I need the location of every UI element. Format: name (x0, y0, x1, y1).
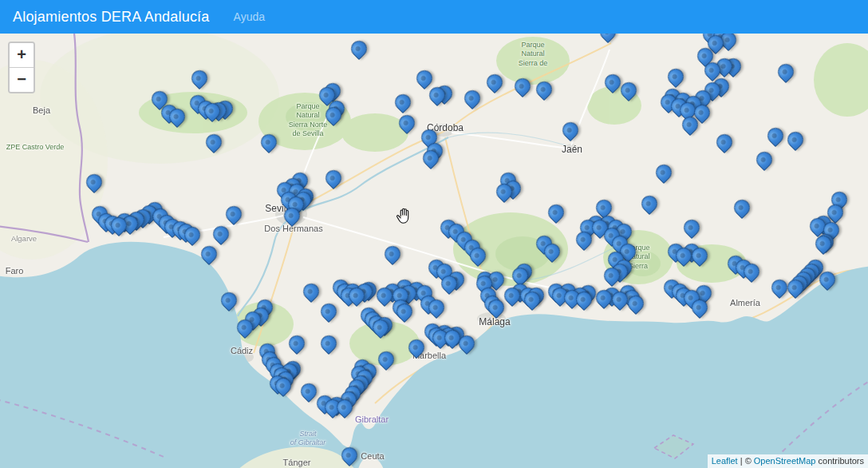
map-canvas[interactable]: BejaZPE Castro VerdeAlgarveFaroParque Na… (0, 0, 868, 468)
app-title: Alojamientos DERA Andalucía (13, 9, 210, 26)
app-header: Alojamientos DERA Andalucía Ayuda (0, 0, 868, 34)
zoom-control: + − (8, 42, 35, 93)
map-attribution: Leaflet | © OpenStreetMap contributors (708, 454, 868, 468)
nav-link-ayuda[interactable]: Ayuda (234, 10, 265, 23)
attribution-suffix: contributors (815, 456, 864, 466)
zoom-out-button[interactable]: − (10, 67, 34, 92)
leaflet-link[interactable]: Leaflet (712, 456, 738, 466)
openstreetmap-link[interactable]: OpenStreetMap (754, 456, 816, 466)
attribution-separator: | © (738, 456, 754, 466)
zoom-in-button[interactable]: + (10, 43, 34, 67)
